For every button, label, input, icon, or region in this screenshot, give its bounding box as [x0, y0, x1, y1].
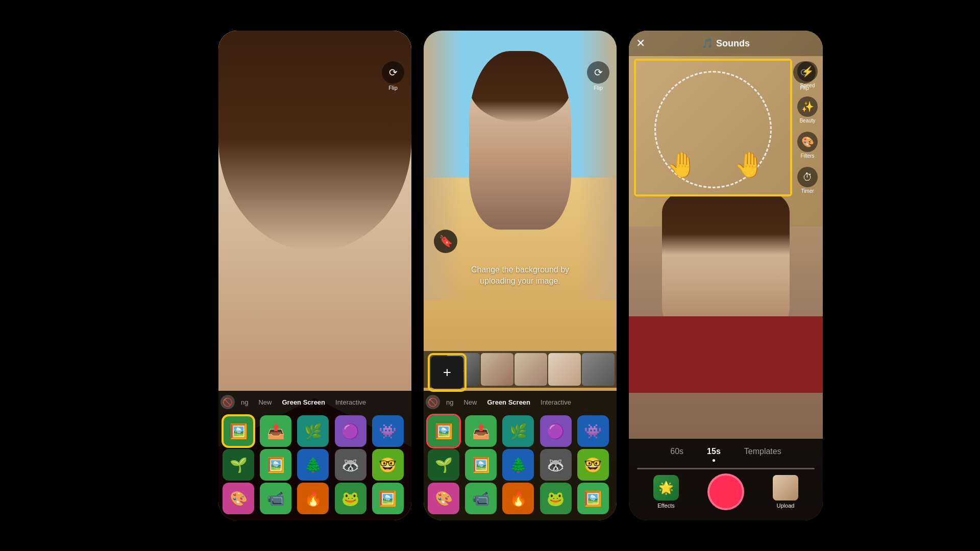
right-action-bar: 🌟 Effects Upload [629, 469, 823, 510]
middle-flip-icon: ⟳ [587, 61, 609, 84]
yellow-add-outline: + [428, 353, 467, 392]
right-close-button[interactable]: ✕ [636, 37, 645, 50]
middle-effect-palette[interactable]: 🎨 [428, 483, 459, 514]
screens-container: ⟳ Flip 🚫 ng New Green Screen Interactive… [0, 0, 980, 551]
left-bottom-ui: 🚫 ng New Green Screen Interactive 🖼️ 📤 🌿 [218, 391, 411, 520]
dur-15s-container: 15s [703, 445, 725, 462]
right-shirt [629, 316, 823, 393]
middle-effect-nature2[interactable]: 🌲 [502, 449, 534, 481]
right-toolbar: ⚡ Speed ✨ Beauty 🎨 Filters ⏱ Timer [797, 61, 818, 194]
left-tab-no: 🚫 [220, 395, 235, 409]
left-effect-char[interactable]: 👾 [372, 415, 404, 447]
middle-phone: Change the background byuploading your i… [424, 31, 617, 520]
carousel-item-5[interactable] [582, 353, 615, 386]
middle-effect-fire[interactable]: 🔥 [502, 483, 534, 514]
beauty-label: Beauty [799, 118, 815, 123]
left-tab-greenscreen[interactable]: Green Screen [278, 396, 329, 408]
left-effect-frame[interactable]: 🖼️ [372, 483, 404, 514]
left-effect-blob[interactable]: 🟣 [335, 415, 366, 447]
dur-active-dot [713, 459, 715, 462]
left-effect-frog[interactable]: 🐸 [335, 483, 366, 514]
dur-templates[interactable]: Templates [740, 445, 786, 462]
carousel-item-3[interactable] [514, 353, 547, 386]
upload-thumbnail [773, 475, 798, 500]
right-phone: 🤚 🤚 ✕ 🎵 Sounds ⟳ Flip ⚡ Speed ✨ B [629, 31, 823, 520]
middle-upload-text: Change the background byuploading your i… [469, 264, 571, 287]
left-effect-palette[interactable]: 🎨 [223, 483, 254, 514]
timer-icon: ⏱ [797, 167, 818, 187]
effects-button[interactable]: 🌟 Effects [653, 475, 679, 509]
beauty-button[interactable]: ✨ Beauty [797, 96, 818, 123]
left-tab-bar: 🚫 ng New Green Screen Interactive [218, 391, 411, 413]
upload-button[interactable]: Upload [773, 475, 798, 509]
record-button[interactable] [707, 473, 744, 510]
middle-tab-greenscreen[interactable]: Green Screen [483, 396, 534, 408]
middle-effect-share[interactable]: 📤 [465, 415, 497, 447]
middle-bookmark[interactable]: 🔖 [434, 230, 457, 253]
left-tab-ng[interactable]: ng [237, 396, 252, 408]
left-effect-photo[interactable]: 🖼️ [260, 449, 291, 481]
left-effect-nature[interactable]: 🌿 [297, 415, 329, 447]
middle-effect-frog[interactable]: 🐸 [540, 483, 572, 514]
left-effect-nature2[interactable]: 🌲 [297, 449, 329, 481]
speed-icon: ⚡ [797, 61, 818, 82]
middle-effect-char[interactable]: 👾 [577, 415, 609, 447]
middle-hair [469, 51, 571, 122]
speed-button[interactable]: ⚡ Speed [797, 61, 818, 88]
left-flip-button[interactable]: ⟳ Flip [382, 61, 404, 91]
middle-tab-ng[interactable]: ng [442, 396, 457, 408]
dur-15s[interactable]: 15s [703, 445, 725, 458]
dur-60s[interactable]: 60s [666, 445, 688, 462]
speed-label: Speed [800, 83, 815, 88]
carousel-item-2[interactable] [481, 353, 513, 386]
left-effect-greenscreen[interactable]: 🖼️ [223, 415, 254, 447]
filters-icon: 🎨 [797, 132, 818, 152]
middle-bottom-ui: 🚫 ng New Green Screen Interactive 🖼️ 📤 🌿 [424, 391, 617, 520]
beauty-icon: ✨ [797, 96, 818, 117]
right-sounds-title[interactable]: 🎵 Sounds [702, 38, 750, 49]
middle-effect-video[interactable]: 📹 [465, 483, 497, 514]
left-effect-share[interactable]: 📤 [260, 415, 291, 447]
middle-carousel-container: + [428, 353, 467, 392]
middle-effect-blob[interactable]: 🟣 [540, 415, 572, 447]
filters-button[interactable]: 🎨 Filters [797, 132, 818, 159]
left-effect-raccoon[interactable]: 🦝 [335, 449, 366, 481]
middle-flip-button[interactable]: ⟳ Flip [587, 61, 609, 91]
middle-effect-raccoon[interactable]: 🦝 [540, 449, 572, 481]
middle-effect-plant[interactable]: 🌱 [428, 449, 459, 481]
middle-add-button[interactable]: + [431, 356, 463, 389]
timer-button[interactable]: ⏱ Timer [797, 167, 818, 194]
middle-effect-nature[interactable]: 🌿 [502, 415, 534, 447]
left-tab-new[interactable]: New [254, 396, 276, 408]
right-bottom-controls: 60s 15s Templates 🌟 Effects [629, 439, 823, 520]
left-effect-fire[interactable]: 🔥 [297, 483, 329, 514]
effects-label: Effects [657, 503, 674, 509]
left-effect-video[interactable]: 📹 [260, 483, 291, 514]
carousel-item-4[interactable] [548, 353, 581, 386]
left-phone: ⟳ Flip 🚫 ng New Green Screen Interactive… [218, 31, 411, 520]
middle-effect-glasses[interactable]: 🤓 [577, 449, 609, 481]
left-flip-label: Flip [388, 85, 398, 91]
middle-effect-frame[interactable]: 🖼️ [577, 483, 609, 514]
middle-flip-label: Flip [594, 85, 603, 91]
left-effect-plant[interactable]: 🌱 [223, 449, 254, 481]
middle-effects-grid: 🖼️ 📤 🌿 🟣 👾 🌱 🖼️ [424, 413, 617, 516]
left-effect-glasses[interactable]: 🤓 [372, 449, 404, 481]
middle-effect-greenscreen[interactable]: 🖼️ [428, 415, 459, 447]
effects-icon: 🌟 [653, 475, 679, 500]
upload-label: Upload [777, 503, 795, 509]
duration-tabs: 60s 15s Templates [629, 445, 823, 462]
right-sounds-header: ✕ 🎵 Sounds [629, 31, 823, 56]
right-hair [662, 184, 790, 255]
middle-effect-photo[interactable]: 🖼️ [465, 449, 497, 481]
timer-label: Timer [801, 188, 814, 194]
middle-tab-interactive[interactable]: Interactive [536, 396, 575, 408]
left-effects-grid: 🖼️ 📤 🌿 🟣 👾 🌱 🖼️ [218, 413, 411, 516]
middle-tab-bar: 🚫 ng New Green Screen Interactive [424, 391, 617, 413]
filters-label: Filters [800, 153, 814, 159]
middle-tab-new[interactable]: New [459, 396, 481, 408]
middle-tab-no: 🚫 [426, 395, 440, 409]
left-flip-icon: ⟳ [382, 61, 404, 84]
middle-face-sim [469, 51, 571, 230]
left-tab-interactive[interactable]: Interactive [331, 396, 370, 408]
